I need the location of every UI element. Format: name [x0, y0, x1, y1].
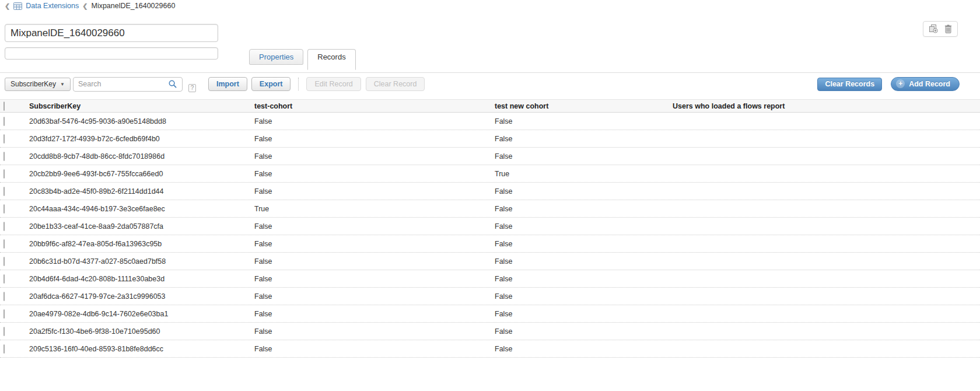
search-icon[interactable]	[165, 78, 181, 90]
table-row[interactable]: 20b6c31d-b07d-4377-a027-85c0aed7bf58 Fal…	[0, 253, 980, 270]
cell-test-cohort: False	[251, 292, 491, 301]
table-row[interactable]: 20bb9f6c-af82-47ea-805d-f6a13963c95b Fal…	[0, 235, 980, 253]
tab-properties[interactable]: Properties	[249, 49, 303, 65]
cell-test-new-cohort: False	[491, 187, 669, 196]
table-header-row: SubscriberKey test-cohort test new cohor…	[0, 99, 980, 113]
cell-subscriber-key: 20bb9f6c-af82-47ea-805d-f6a13963c95b	[26, 240, 251, 248]
row-checkbox[interactable]	[4, 239, 5, 249]
table-row[interactable]: 20be1b33-ceaf-41ce-8aa9-2da057887cfa Fal…	[0, 218, 980, 235]
cell-subscriber-key: 20c44aaa-434c-4946-b197-3e3ce6fae8ec	[26, 205, 251, 213]
row-checkbox[interactable]	[4, 152, 5, 161]
add-record-button[interactable]: + Add Record	[891, 77, 960, 91]
row-checkbox[interactable]	[4, 344, 5, 354]
row-checkbox[interactable]	[4, 134, 5, 144]
back-chevron-icon[interactable]: ❮	[5, 2, 10, 10]
trash-icon[interactable]	[944, 25, 952, 33]
cell-test-cohort: False	[251, 310, 491, 318]
breadcrumb: ❮ Data Extensions ❮ MixpanelDE_164002966…	[5, 2, 175, 10]
table-row[interactable]: 209c5136-16f0-40ed-8593-81b8fe8dd6cc Fal…	[0, 340, 980, 358]
cell-subscriber-key: 20be1b33-ceaf-41ce-8aa9-2da057887cfa	[26, 222, 251, 231]
cell-test-cohort: False	[251, 327, 491, 336]
import-button[interactable]: Import	[208, 77, 247, 91]
cell-test-new-cohort: False	[491, 135, 669, 143]
table-row[interactable]: 20d63baf-5476-4c95-9036-a90e5148bdd8 Fal…	[0, 113, 980, 130]
search-input[interactable]	[74, 80, 165, 88]
cell-test-new-cohort: True	[491, 170, 669, 178]
breadcrumb-current-page: MixpanelDE_1640029660	[91, 2, 175, 10]
cell-subscriber-key: 20af6dca-6627-4179-97ce-2a31c9996053	[26, 292, 251, 301]
cell-subscriber-key: 20d3fd27-172f-4939-b72c-6cfedb69f4b0	[26, 135, 251, 143]
column-header-subscriberkey: SubscriberKey	[26, 102, 251, 110]
table-row[interactable]: 20cdd8b8-9cb7-48db-86cc-8fdc7018986d Fal…	[0, 148, 980, 165]
add-record-label: Add Record	[909, 80, 950, 88]
cell-subscriber-key: 20cb2bb9-9ee6-493f-bc67-755fcca66ed0	[26, 170, 251, 178]
row-checkbox[interactable]	[4, 204, 5, 214]
table-row[interactable]: 20cb2bb9-9ee6-493f-bc67-755fcca66ed0 Fal…	[0, 165, 980, 183]
cell-subscriber-key: 20c83b4b-ad2e-45f0-89b2-6f2114dd1d44	[26, 187, 251, 196]
search-field-dropdown-value: SubscriberKey	[10, 80, 56, 88]
table-row[interactable]: 20d3fd27-172f-4939-b72c-6cfedb69f4b0 Fal…	[0, 130, 980, 148]
cell-test-cohort: False	[251, 187, 491, 196]
cell-test-cohort: False	[251, 117, 491, 125]
cell-test-new-cohort: False	[491, 152, 669, 160]
cell-test-new-cohort: False	[491, 257, 669, 266]
table-row[interactable]: 20a2f5fc-f130-4be6-9f38-10e710e95d60 Fal…	[0, 323, 980, 340]
header-action-group	[923, 21, 958, 37]
row-checkbox[interactable]	[4, 274, 5, 284]
export-button[interactable]: Export	[251, 77, 291, 91]
cell-test-new-cohort: False	[491, 222, 669, 231]
row-checkbox[interactable]	[4, 309, 5, 319]
cell-test-cohort: False	[251, 135, 491, 143]
table-row[interactable]: 20af6dca-6627-4179-97ce-2a31c9996053 Fal…	[0, 288, 980, 305]
cell-subscriber-key: 20b6c31d-b07d-4377-a027-85c0aed7bf58	[26, 257, 251, 266]
cell-test-new-cohort: False	[491, 117, 669, 125]
breadcrumb-separator-icon: ❮	[82, 2, 88, 10]
cell-subscriber-key: 20cdd8b8-9cb7-48db-86cc-8fdc7018986d	[26, 152, 251, 160]
cell-subscriber-key: 20b4d6f4-6dad-4c20-808b-1111e30abe3d	[26, 275, 251, 283]
row-checkbox[interactable]	[4, 222, 5, 231]
cell-test-new-cohort: False	[491, 240, 669, 248]
data-extension-description-field[interactable]	[5, 47, 218, 60]
row-checkbox[interactable]	[4, 327, 5, 336]
search-box	[73, 77, 183, 92]
cell-test-cohort: False	[251, 170, 491, 178]
help-icon[interactable]: ?	[188, 84, 196, 92]
copy-icon[interactable]	[929, 25, 938, 33]
row-checkbox[interactable]	[4, 292, 5, 301]
clear-record-button[interactable]: Clear Record	[366, 77, 425, 91]
column-header-test-new-cohort: test new cohort	[491, 102, 669, 110]
cell-test-new-cohort: False	[491, 205, 669, 213]
data-extensions-icon	[13, 2, 22, 10]
row-checkbox[interactable]	[4, 169, 5, 179]
cell-test-cohort: False	[251, 275, 491, 283]
table-row[interactable]: 20c44aaa-434c-4946-b197-3e3ce6fae8ec Tru…	[0, 200, 980, 218]
search-field-dropdown[interactable]: SubscriberKey ▼	[5, 78, 71, 91]
tab-bar: Properties Records	[249, 49, 356, 70]
cell-test-cohort: False	[251, 257, 491, 266]
data-extension-name-field[interactable]	[5, 24, 218, 42]
cell-subscriber-key: 20ae4979-082e-4db6-9c14-7602e6e03ba1	[26, 310, 251, 318]
cell-subscriber-key: 209c5136-16f0-40ed-8593-81b8fe8dd6cc	[26, 345, 251, 353]
select-all-checkbox[interactable]	[4, 102, 5, 111]
breadcrumb-link-data-extensions[interactable]: Data Extensions	[26, 2, 79, 10]
edit-record-button[interactable]: Edit Record	[306, 77, 360, 91]
tab-records[interactable]: Records	[307, 49, 355, 70]
cell-test-new-cohort: False	[491, 345, 669, 353]
records-toolbar: SubscriberKey ▼ ? Import Export Edit Rec…	[5, 76, 975, 92]
table-row[interactable]: 20b4d6f4-6dad-4c20-808b-1111e30abe3d Fal…	[0, 270, 980, 288]
column-header-test-cohort: test-cohort	[251, 102, 491, 110]
cell-test-new-cohort: False	[491, 275, 669, 283]
table-row[interactable]: 20ae4979-082e-4db6-9c14-7602e6e03ba1 Fal…	[0, 305, 980, 323]
row-checkbox[interactable]	[4, 257, 5, 266]
clear-records-button[interactable]: Clear Records	[817, 78, 882, 91]
row-checkbox[interactable]	[4, 117, 5, 126]
row-checkbox[interactable]	[4, 187, 5, 196]
table-row[interactable]: 20c83b4b-ad2e-45f0-89b2-6f2114dd1d44 Fal…	[0, 183, 980, 200]
cell-test-new-cohort: False	[491, 310, 669, 318]
records-table: SubscriberKey test-cohort test new cohor…	[0, 99, 980, 358]
cell-test-new-cohort: False	[491, 292, 669, 301]
toolbar-divider	[298, 78, 299, 90]
cell-test-cohort: True	[251, 205, 491, 213]
cell-test-cohort: False	[251, 152, 491, 160]
cell-subscriber-key: 20d63baf-5476-4c95-9036-a90e5148bdd8	[26, 117, 251, 125]
